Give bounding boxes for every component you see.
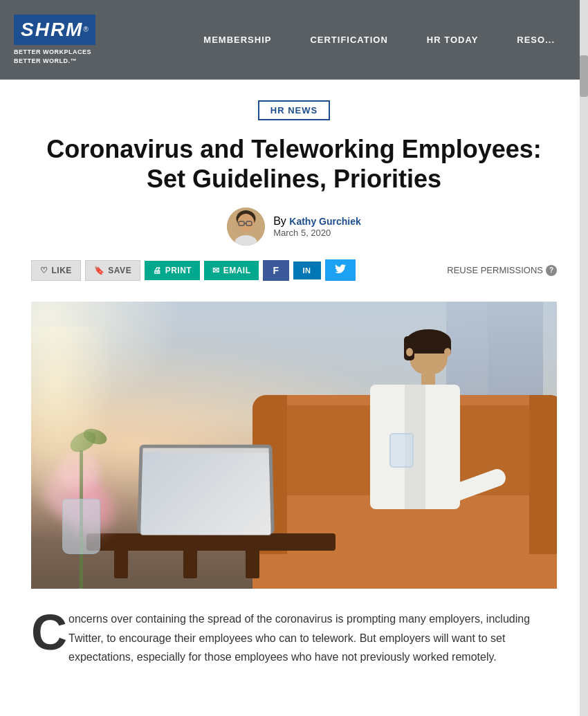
nav-item-resources[interactable]: RESO... bbox=[497, 35, 574, 45]
save-label: SAVE bbox=[108, 266, 131, 275]
article-content: HR NEWS Coronavirus and Teleworking Empl… bbox=[17, 80, 571, 705]
logo-text: SHRM bbox=[21, 19, 83, 41]
nav-item-certification[interactable]: CERTIFICATION bbox=[291, 35, 407, 45]
help-icon: ? bbox=[546, 265, 557, 276]
email-icon: ✉ bbox=[212, 266, 220, 275]
like-button[interactable]: LIKE bbox=[31, 260, 81, 281]
author-area: By Kathy Gurchiek March 5, 2020 bbox=[31, 208, 557, 246]
logo-reg-symbol: ® bbox=[83, 26, 88, 33]
author-avatar bbox=[227, 208, 265, 246]
nav-item-membership[interactable]: MEMBERSHIP bbox=[184, 35, 291, 45]
save-button[interactable]: 🔖 SAVE bbox=[85, 260, 140, 281]
main-nav: MEMBERSHIP CERTIFICATION HR TODAY RESO..… bbox=[184, 35, 574, 45]
scrollbar-thumb[interactable] bbox=[580, 55, 588, 97]
page-scrollbar[interactable] bbox=[580, 0, 588, 716]
article-hero-image bbox=[31, 302, 557, 589]
reuse-permissions-link[interactable]: REUSE PERMISSIONS ? bbox=[447, 265, 557, 276]
site-header: SHRM ® BETTER WORKPLACES BETTER WORLD.™ … bbox=[0, 0, 588, 80]
like-label: LIKE bbox=[52, 266, 72, 275]
nav-item-hr-today[interactable]: HR TODAY bbox=[407, 35, 497, 45]
category-badge[interactable]: HR NEWS bbox=[258, 100, 330, 120]
email-label: EMAIL bbox=[223, 266, 251, 275]
linkedin-icon: in bbox=[303, 266, 311, 275]
author-by: By Kathy Gurchiek bbox=[273, 215, 361, 228]
article-intro-text: oncerns over containing the spread of th… bbox=[68, 613, 530, 662]
article-title: Coronavirus and Teleworking Employees: S… bbox=[31, 134, 557, 194]
article-body: Concerns over containing the spread of t… bbox=[31, 609, 557, 666]
print-icon: 🖨 bbox=[153, 266, 162, 275]
linkedin-share-button[interactable]: in bbox=[293, 261, 321, 279]
logo-box: SHRM ® bbox=[14, 15, 95, 45]
facebook-icon: f bbox=[273, 265, 279, 276]
logo-tagline: BETTER WORKPLACES BETTER WORLD.™ bbox=[14, 48, 91, 65]
author-date: March 5, 2020 bbox=[273, 228, 361, 238]
drop-cap: C bbox=[31, 613, 67, 653]
heart-icon bbox=[40, 266, 48, 275]
bookmark-icon: 🔖 bbox=[94, 266, 105, 275]
email-button[interactable]: ✉ EMAIL bbox=[204, 261, 259, 280]
twitter-icon bbox=[335, 264, 346, 276]
logo-area[interactable]: SHRM ® BETTER WORKPLACES BETTER WORLD.™ bbox=[14, 15, 95, 65]
print-label: PRINT bbox=[165, 266, 192, 275]
twitter-share-button[interactable] bbox=[325, 259, 356, 281]
facebook-share-button[interactable]: f bbox=[263, 260, 288, 281]
author-info: By Kathy Gurchiek March 5, 2020 bbox=[273, 215, 361, 238]
print-button[interactable]: 🖨 PRINT bbox=[145, 261, 200, 280]
action-bar: LIKE 🔖 SAVE 🖨 PRINT ✉ EMAIL f in bbox=[31, 259, 557, 281]
author-name-link[interactable]: Kathy Gurchiek bbox=[289, 216, 360, 227]
reuse-label: REUSE PERMISSIONS bbox=[447, 265, 543, 275]
